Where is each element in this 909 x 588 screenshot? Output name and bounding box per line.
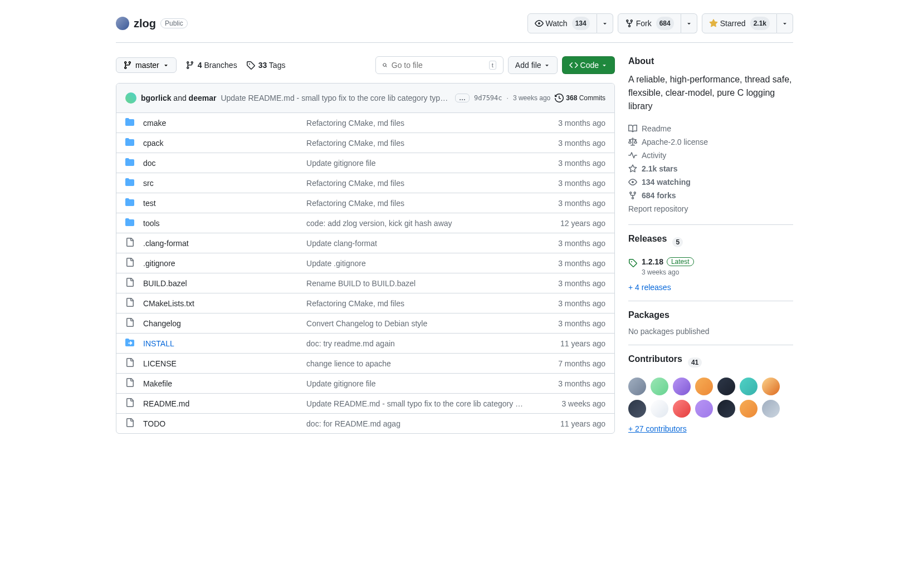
- fork-button[interactable]: Fork 684: [618, 13, 681, 33]
- file-row[interactable]: .gitignore Update .gitignore 3 months ag…: [116, 253, 614, 273]
- file-row[interactable]: TODO doc: for README.md agag 11 years ag…: [116, 414, 614, 433]
- contributors-header[interactable]: Contributors 41: [628, 354, 793, 371]
- star-menu-button[interactable]: [777, 13, 793, 33]
- file-name[interactable]: cmake: [143, 119, 306, 128]
- readme-link[interactable]: Readme: [628, 122, 793, 135]
- contributor-avatar[interactable]: [651, 378, 668, 395]
- file-commit-msg[interactable]: Rename BUILD to BUILD.bazel: [306, 279, 539, 288]
- contributor-avatar[interactable]: [673, 400, 691, 418]
- file-row[interactable]: cmake Refactoring CMake, md files 3 mont…: [116, 113, 614, 133]
- file-row[interactable]: cpack Refactoring CMake, md files 3 mont…: [116, 133, 614, 153]
- file-commit-msg[interactable]: Update .gitignore: [306, 259, 539, 268]
- releases-header[interactable]: Releases 5: [628, 234, 793, 251]
- file-name[interactable]: src: [143, 179, 306, 188]
- commit-message[interactable]: Update README.md - small typo fix to the…: [221, 94, 451, 102]
- file-name[interactable]: TODO: [143, 419, 306, 428]
- file-commit-msg[interactable]: Update README.md - small typo fix to the…: [306, 399, 539, 408]
- file-commit-msg[interactable]: Update gitignore file: [306, 159, 539, 168]
- file-commit-msg[interactable]: Refactoring CMake, md files: [306, 199, 539, 208]
- repo-name[interactable]: zlog: [134, 17, 156, 30]
- more-releases-link[interactable]: + 4 releases: [628, 283, 671, 292]
- file-commit-msg[interactable]: Refactoring CMake, md files: [306, 139, 539, 148]
- file-commit-msg[interactable]: change lience to apache: [306, 359, 539, 368]
- file-name[interactable]: .clang-format: [143, 239, 306, 248]
- file-commit-msg[interactable]: Convert Changelog to Debian style: [306, 319, 539, 328]
- file-commit-msg[interactable]: doc: for README.md agag: [306, 419, 539, 428]
- watch-menu-button[interactable]: [597, 13, 613, 33]
- file-row[interactable]: BUILD.bazel Rename BUILD to BUILD.bazel …: [116, 273, 614, 293]
- contributor-avatar[interactable]: [740, 378, 758, 395]
- contributor-avatar[interactable]: [740, 400, 758, 418]
- file-commit-msg[interactable]: code: add zlog version, kick git hash aw…: [306, 219, 539, 228]
- activity-link[interactable]: Activity: [628, 149, 793, 162]
- file-row[interactable]: INSTALL doc: try readme.md again 11 year…: [116, 334, 614, 354]
- watch-button[interactable]: Watch 134: [527, 13, 597, 33]
- branches-link[interactable]: 4 Branches: [185, 61, 237, 70]
- file-name[interactable]: doc: [143, 159, 306, 168]
- file-commit-msg[interactable]: Refactoring CMake, md files: [306, 299, 539, 308]
- file-name[interactable]: Makefile: [143, 379, 306, 388]
- commit-sha[interactable]: 9d7594c: [474, 94, 502, 102]
- contributor-avatar[interactable]: [673, 378, 691, 395]
- file-row[interactable]: tools code: add zlog version, kick git h…: [116, 213, 614, 233]
- commit-avatar[interactable]: [125, 92, 136, 104]
- file-date: 3 months ago: [539, 139, 605, 148]
- file-commit-msg[interactable]: Update clang-format: [306, 239, 539, 248]
- owner-avatar[interactable]: [116, 17, 129, 30]
- report-link[interactable]: Report repository: [628, 202, 793, 215]
- license-link[interactable]: Apache-2.0 license: [628, 135, 793, 149]
- stars-link[interactable]: 2.1k stars: [628, 162, 793, 175]
- watching-link[interactable]: 134 watching: [628, 175, 793, 189]
- file-icon: [125, 238, 134, 248]
- file-name[interactable]: INSTALL: [143, 339, 306, 348]
- file-name[interactable]: tools: [143, 219, 306, 228]
- branch-select-button[interactable]: master: [116, 57, 177, 73]
- file-name[interactable]: Changelog: [143, 319, 306, 328]
- more-contributors-link[interactable]: + 27 contributors: [628, 424, 687, 433]
- contributor-avatar[interactable]: [762, 378, 780, 395]
- tags-link[interactable]: 33 Tags: [246, 61, 286, 70]
- forks-link[interactable]: 684 forks: [628, 189, 793, 202]
- file-row[interactable]: src Refactoring CMake, md files 3 months…: [116, 173, 614, 193]
- file-row[interactable]: .clang-format Update clang-format 3 mont…: [116, 233, 614, 253]
- file-row[interactable]: README.md Update README.md - small typo …: [116, 394, 614, 414]
- file-name[interactable]: LICENSE: [143, 359, 306, 368]
- contributor-avatar[interactable]: [628, 378, 646, 395]
- file-commit-msg[interactable]: Refactoring CMake, md files: [306, 119, 539, 128]
- packages-title[interactable]: Packages: [628, 310, 793, 320]
- star-button[interactable]: Starred 2.1k: [702, 13, 777, 33]
- file-row[interactable]: Changelog Convert Changelog to Debian st…: [116, 313, 614, 334]
- file-name[interactable]: cpack: [143, 139, 306, 148]
- file-name[interactable]: .gitignore: [143, 259, 306, 268]
- latest-release[interactable]: 1.2.18 Latest 3 weeks ago: [628, 257, 793, 276]
- contributor-avatar[interactable]: [651, 400, 668, 418]
- file-row[interactable]: Makefile Update gitignore file 3 months …: [116, 374, 614, 394]
- file-icon: [125, 298, 134, 308]
- eye-icon: [628, 178, 637, 187]
- commit-authors[interactable]: bgorlick and deemar: [141, 94, 216, 102]
- file-search-input[interactable]: [392, 61, 489, 70]
- file-name[interactable]: CMakeLists.txt: [143, 299, 306, 308]
- file-row[interactable]: doc Update gitignore file 3 months ago: [116, 153, 614, 173]
- file-row[interactable]: LICENSE change lience to apache 7 months…: [116, 354, 614, 374]
- contributor-avatar[interactable]: [717, 400, 735, 418]
- file-row[interactable]: test Refactoring CMake, md files 3 month…: [116, 193, 614, 213]
- contributor-avatar[interactable]: [628, 400, 646, 418]
- add-file-button[interactable]: Add file: [508, 56, 558, 74]
- file-commit-msg[interactable]: Update gitignore file: [306, 379, 539, 388]
- commits-link[interactable]: 368 Commits: [555, 94, 605, 102]
- file-commit-msg[interactable]: doc: try readme.md again: [306, 339, 539, 348]
- file-search[interactable]: t: [375, 56, 504, 74]
- contributor-avatar[interactable]: [695, 400, 713, 418]
- contributor-avatar[interactable]: [717, 378, 735, 395]
- file-name[interactable]: test: [143, 199, 306, 208]
- contributor-avatar[interactable]: [695, 378, 713, 395]
- file-name[interactable]: BUILD.bazel: [143, 279, 306, 288]
- commit-details-button[interactable]: …: [455, 94, 470, 102]
- code-button[interactable]: Code: [562, 56, 615, 74]
- file-name[interactable]: README.md: [143, 399, 306, 408]
- file-commit-msg[interactable]: Refactoring CMake, md files: [306, 179, 539, 188]
- file-row[interactable]: CMakeLists.txt Refactoring CMake, md fil…: [116, 293, 614, 313]
- fork-menu-button[interactable]: [681, 13, 697, 33]
- contributor-avatar[interactable]: [762, 400, 780, 418]
